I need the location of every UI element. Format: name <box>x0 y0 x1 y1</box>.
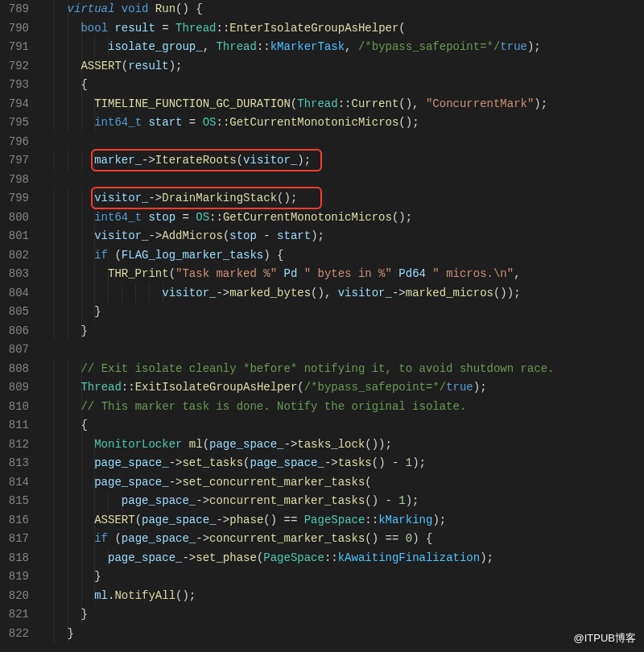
code-line[interactable]: visitor_->AddMicros(stop - start); <box>40 227 644 246</box>
token-kw2: int64_t <box>94 116 142 129</box>
code-line[interactable]: { <box>40 416 644 435</box>
code-line[interactable]: visitor_->DrainMarkingStack(); <box>40 189 644 208</box>
token-kw2: void <box>122 2 149 15</box>
token-const: kAwaitingFinalization <box>338 551 480 564</box>
line-number: 811 <box>0 416 29 435</box>
token-const: kMarkerTask <box>270 40 345 53</box>
code-line[interactable] <box>40 340 644 360</box>
code-line[interactable]: } <box>40 625 644 644</box>
token-op: -> <box>142 154 155 167</box>
token-punc: ); <box>311 229 324 242</box>
token-type: MonitorLocker <box>94 438 182 451</box>
token-var: page_space_ <box>250 456 324 469</box>
token-fn: phase <box>229 514 263 526</box>
token-punc: } <box>68 627 74 640</box>
token-punc: ); <box>534 97 547 110</box>
code-line[interactable]: int64_t start = OS::GetCurrentMonotonicM… <box>40 113 644 133</box>
token-punc: () - <box>365 494 398 507</box>
token-punc: :: <box>365 514 378 526</box>
token-var: visitor_ <box>243 154 297 167</box>
token-punc: ()); <box>493 287 521 299</box>
token-punc: ( <box>398 22 405 35</box>
code-line[interactable]: virtual void Run() { <box>40 0 644 19</box>
token-punc: :: <box>338 97 352 110</box>
token-fn: concurrent_marker_tasks <box>209 532 365 545</box>
code-line[interactable]: THR_Print("Task marked %" Pd " bytes in … <box>40 265 644 284</box>
code-line[interactable]: } <box>40 567 644 587</box>
line-number: 815 <box>0 492 29 511</box>
line-number: 804 <box>0 284 29 303</box>
token-punc: (); <box>277 192 297 204</box>
token-op: -> <box>196 494 209 507</box>
token-var: page_space_ <box>122 532 196 545</box>
code-line[interactable]: MonitorLocker ml(page_space_->tasks_lock… <box>40 435 644 455</box>
code-line[interactable]: { <box>40 76 644 95</box>
line-number: 822 <box>0 625 29 644</box>
token-punc: :: <box>122 381 135 394</box>
code-line[interactable]: visitor_->marked_bytes(), visitor_->mark… <box>40 284 644 303</box>
code-line[interactable]: if (FLAG_log_marker_tasks) { <box>40 246 644 266</box>
token-var: visitor_ <box>338 287 392 299</box>
token-punc: } <box>80 324 87 337</box>
token-punc: ( <box>135 514 142 526</box>
code-line[interactable]: // This marker task is done. Notify the … <box>40 398 644 417</box>
code-line[interactable]: ASSERT(result); <box>40 57 644 76</box>
code-line[interactable]: page_space_->set_concurrent_marker_tasks… <box>40 473 644 493</box>
token-punc: { <box>80 78 87 91</box>
token-var: ml <box>94 589 108 602</box>
code-line[interactable]: marker_->IterateRoots(visitor_); <box>40 151 644 171</box>
token-punc: ); <box>169 60 183 72</box>
code-line[interactable]: if (page_space_->concurrent_marker_tasks… <box>40 530 644 549</box>
code-line[interactable]: ml.NotifyAll(); <box>40 587 644 606</box>
code-line[interactable]: bool result = Thread::EnterIsolateGroupA… <box>40 19 644 39</box>
code-line[interactable]: ASSERT(page_space_->phase() == PageSpace… <box>40 511 644 530</box>
token-kw2: bool <box>80 22 108 35</box>
token-var: marker_ <box>94 154 142 167</box>
code-line[interactable]: TIMELINE_FUNCTION_GC_DURATION(Thread::Cu… <box>40 95 644 114</box>
token-macro: TIMELINE_FUNCTION_GC_DURATION <box>94 97 291 110</box>
token-var: start <box>148 116 182 129</box>
code-editor[interactable]: 7897907917927937947957967977987998008018… <box>0 0 644 643</box>
line-number: 809 <box>0 378 29 398</box>
code-line[interactable] <box>40 133 644 152</box>
token-punc: (), <box>311 287 338 299</box>
code-line[interactable]: // Exit isolate cleanly *before* notifyi… <box>40 360 644 379</box>
code-line[interactable]: int64_t stop = OS::GetCurrentMonotonicMi… <box>40 208 644 228</box>
code-line[interactable]: page_space_->concurrent_marker_tasks() -… <box>40 492 644 511</box>
token-op: -> <box>169 476 183 489</box>
token-op: ( <box>108 249 122 262</box>
code-line[interactable]: } <box>40 605 644 625</box>
token-fn: GetCurrentMonotonicMicros <box>229 116 398 129</box>
code-line[interactable]: page_space_->set_phase(PageSpace::kAwait… <box>40 549 644 568</box>
code-line[interactable]: isolate_group_, Thread::kMarkerTask, /*b… <box>40 38 644 57</box>
token-var: page_space_ <box>108 551 182 564</box>
token-fn: NotifyAll <box>114 589 175 602</box>
code-line[interactable]: page_space_->set_tasks(page_space_->task… <box>40 454 644 473</box>
token-op: -> <box>182 551 196 564</box>
code-line[interactable]: } <box>40 303 644 322</box>
line-number: 819 <box>0 567 29 587</box>
token-punc: ); <box>527 40 541 53</box>
token-fn: marked_bytes <box>229 287 311 299</box>
token-punc: (); <box>175 589 196 602</box>
code-line[interactable]: } <box>40 322 644 341</box>
token-fn: Current <box>352 97 399 110</box>
token-num: 1 <box>406 456 412 469</box>
token-var: stop <box>229 229 257 242</box>
token-punc: ( <box>122 60 128 72</box>
line-number: 798 <box>0 171 29 190</box>
line-number-gutter: 7897907917927937947957967977987998008018… <box>0 0 40 643</box>
token-op <box>148 2 155 15</box>
code-line[interactable]: Thread::ExitIsolateGroupAsHelper(/*bypas… <box>40 378 644 398</box>
token-str: "Task marked %" <box>175 267 277 280</box>
token-punc: ); <box>473 381 487 394</box>
token-kw2: if <box>94 249 108 262</box>
token-macro: ASSERT <box>80 60 121 72</box>
token-punc: ); <box>412 456 426 469</box>
code-line[interactable] <box>40 171 644 190</box>
line-number: 799 <box>0 189 29 208</box>
code-area[interactable]: virtual void Run() { bool result = Threa… <box>40 0 644 643</box>
token-op: -> <box>216 287 229 299</box>
token-punc: ( <box>291 97 297 110</box>
token-punc: () - <box>372 456 406 469</box>
